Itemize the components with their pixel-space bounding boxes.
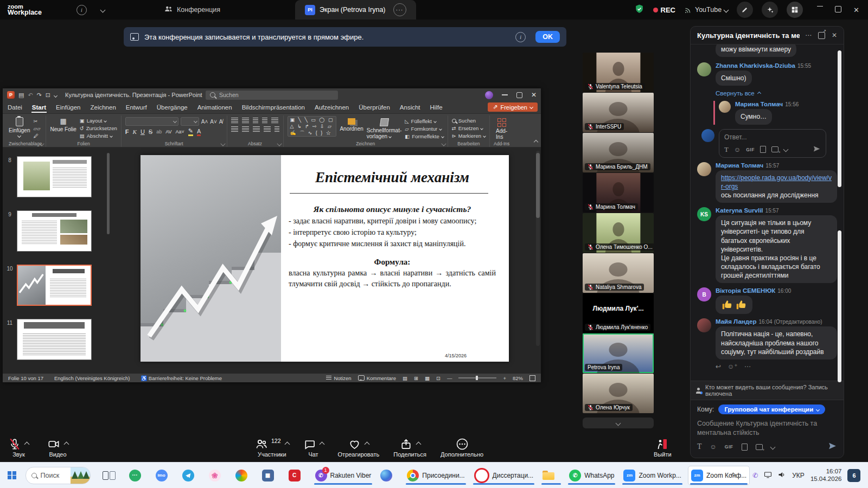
account-presence-icon[interactable]: [485, 91, 493, 99]
justify-icon[interactable]: [264, 126, 271, 132]
toolbar-heart-button[interactable]: Отреагировать: [338, 437, 380, 458]
ppt-search-box[interactable]: Suchen: [206, 91, 338, 100]
gif-icon[interactable]: GIF: [746, 147, 755, 152]
ppt-minimize-button[interactable]: [502, 94, 508, 95]
grow-font-icon[interactable]: A˄: [201, 119, 208, 125]
toolbar-caret-icon[interactable]: [64, 441, 69, 447]
screenshot-icon[interactable]: [771, 146, 778, 152]
youtube-live-indicator[interactable]: YouTube: [684, 6, 728, 14]
chat-input-placeholder[interactable]: Сообщение Культурна ідентичність та мент…: [697, 419, 837, 438]
show-more-participants-button[interactable]: [583, 418, 654, 428]
emoji-icon[interactable]: ☺: [734, 146, 741, 153]
participant-tile[interactable]: Людмила Лук'...Людмила Лук'яненко: [583, 293, 654, 333]
zoom-slider[interactable]: [458, 377, 496, 378]
copy-icon[interactable]: ▱▱: [33, 126, 40, 131]
taskbar-app-zoom-workplace[interactable]: zmZoom Workp...: [621, 466, 684, 485]
taskbar-app-calculator[interactable]: ▦: [259, 466, 282, 485]
notes-button[interactable]: Notizen: [326, 375, 351, 381]
reading-view-icon[interactable]: ▦: [425, 375, 430, 381]
quick-access-dropdown-icon[interactable]: [54, 92, 57, 98]
taskbar-app-photos[interactable]: ❀: [206, 466, 229, 485]
reply-input-box[interactable]: Ответ...T☺GIF: [719, 129, 826, 158]
taskbar-app-copilot[interactable]: [378, 466, 400, 485]
tab-conference[interactable]: Конференция: [155, 0, 230, 20]
ppt-close-button[interactable]: ✕: [531, 91, 537, 99]
ppt-menu-einfügen[interactable]: Einfügen: [51, 102, 85, 112]
toolbar-caret-icon[interactable]: [24, 441, 30, 447]
toolbar-door-button[interactable]: Выйти: [654, 437, 672, 458]
participant-tile[interactable]: Valentyna Teleutsia: [583, 53, 654, 92]
slideshow-icon[interactable]: ⊡: [436, 375, 441, 381]
taskbar-app-chrome[interactable]: Присоедини...: [404, 466, 467, 485]
participant-tile[interactable]: Nataliya Shmarova: [583, 253, 654, 293]
slide-sorter-icon[interactable]: ⊞: [414, 375, 418, 381]
taskbar-app-task-view[interactable]: [100, 466, 123, 485]
toolbar-cam-button[interactable]: Видео: [47, 437, 68, 458]
participant-tile[interactable]: InterSSPU: [583, 93, 654, 132]
participant-tile[interactable]: Марина Толмач: [583, 173, 654, 213]
more-options-chevron-icon[interactable]: [770, 444, 775, 450]
participant-tile[interactable]: Марина Бриль_ДНМ: [583, 133, 654, 172]
maximize-button[interactable]: [835, 6, 841, 12]
taskbar-search-box[interactable]: Поиск: [25, 467, 91, 484]
format-painter-icon[interactable]: 🖉: [33, 133, 40, 139]
taskbar-app-opera[interactable]: Диссертаци...: [471, 466, 537, 485]
taskbar-app-imo[interactable]: imo: [153, 466, 176, 485]
slide-thumbnail-9[interactable]: [17, 210, 92, 252]
font-name-combo[interactable]: [125, 117, 178, 126]
chat-recipient-selector[interactable]: Групповой чат конференции: [718, 404, 825, 414]
viber-tray-icon[interactable]: ✆: [752, 472, 758, 479]
taskbar-app-rakuten-viber[interactable]: ✆1Rakuten Viber: [312, 466, 374, 485]
taskbar-app-wechat[interactable]: ···: [126, 466, 149, 485]
annotate-pencil-button[interactable]: [737, 2, 753, 18]
status-item-2[interactable]: ♿ Barrierefreiheit: Keine Probleme: [141, 375, 222, 381]
align-center-icon[interactable]: [242, 126, 249, 132]
toolbar-more-button[interactable]: Дополнительно: [441, 437, 483, 458]
volume-icon[interactable]: [778, 471, 786, 480]
ppt-menu-bildschirmpräsentation[interactable]: Bildschirmpräsentation: [237, 102, 310, 112]
shapes-gallery[interactable]: ▣ ╲ ╲ ▭ ◯ ▢△ ↳ ↱ ⇨ ⇩ ▱✍ ⌒ ∿ { } ☆: [288, 116, 337, 137]
ppt-restore-button[interactable]: [516, 92, 522, 98]
chevron-down-icon[interactable]: [101, 5, 105, 15]
align-right-icon[interactable]: [253, 126, 260, 132]
format-text-icon[interactable]: T: [697, 442, 702, 451]
chat-message[interactable]: Zhanna Kharkivska-Dziuba15:55Смішно): [697, 62, 837, 86]
participant-tile[interactable]: Petrova Iryna: [583, 333, 654, 373]
toolbar-share-button[interactable]: Поделиться: [393, 437, 426, 458]
reply-icon[interactable]: ↩: [716, 363, 721, 370]
zoom-level[interactable]: 82%: [513, 375, 523, 381]
toolbar-caret-icon[interactable]: [319, 441, 324, 447]
recording-indicator[interactable]: REC: [653, 5, 675, 15]
info-icon[interactable]: i: [76, 5, 87, 15]
ppt-share-button[interactable]: ⇗ Freigeben: [488, 102, 538, 112]
chat-message[interactable]: BВікторія СЕМЕНЮК16:00: [697, 287, 837, 314]
ppt-menu-hilfe[interactable]: Hilfe: [425, 102, 448, 112]
slide-thumbnail-8[interactable]: [17, 156, 92, 197]
redo-icon[interactable]: ↷: [37, 92, 42, 99]
fit-slide-icon[interactable]: [529, 375, 535, 381]
toolbar-caret-icon[interactable]: [284, 441, 290, 447]
emoji-icon[interactable]: ☺: [710, 443, 717, 451]
ppt-menu-start[interactable]: Start: [27, 102, 51, 112]
chat-close-icon[interactable]: ✕: [832, 31, 837, 39]
ppt-menu-übergänge[interactable]: Übergänge: [152, 102, 193, 112]
ai-companion-button[interactable]: [762, 2, 778, 18]
ppt-menu-animationen[interactable]: Animationen: [193, 102, 237, 112]
add-reaction-icon[interactable]: ☺⁺: [727, 363, 738, 370]
ppt-menu-datei[interactable]: Datei: [3, 102, 27, 112]
clear-format-icon[interactable]: A̸: [219, 119, 223, 125]
keyboard-language[interactable]: УКР: [792, 472, 805, 479]
change-case-button[interactable]: Aa˅: [176, 129, 184, 134]
taskbar-app-zoom-conference[interactable]: zmZoom Конф...: [688, 466, 750, 485]
chat-message-partial[interactable]: можу ввімкнути камеру: [716, 44, 837, 57]
find-button[interactable]: Suchen: [452, 118, 486, 124]
highlight-color-button[interactable]: ✎: [188, 127, 193, 136]
quick-styles-button[interactable]: Schnellformat-vorlagen: [367, 116, 401, 139]
indent-decrease-icon[interactable]: [253, 118, 258, 123]
banner-ok-button[interactable]: OK: [535, 31, 560, 43]
italic-button[interactable]: K: [133, 129, 137, 135]
chat-link[interactable]: https://people.rada.gov.ua/body/view/vr-…: [721, 174, 832, 191]
zoom-out-icon[interactable]: —: [447, 375, 452, 381]
bold-button[interactable]: F: [125, 129, 129, 135]
font-color-button[interactable]: A: [197, 128, 201, 136]
